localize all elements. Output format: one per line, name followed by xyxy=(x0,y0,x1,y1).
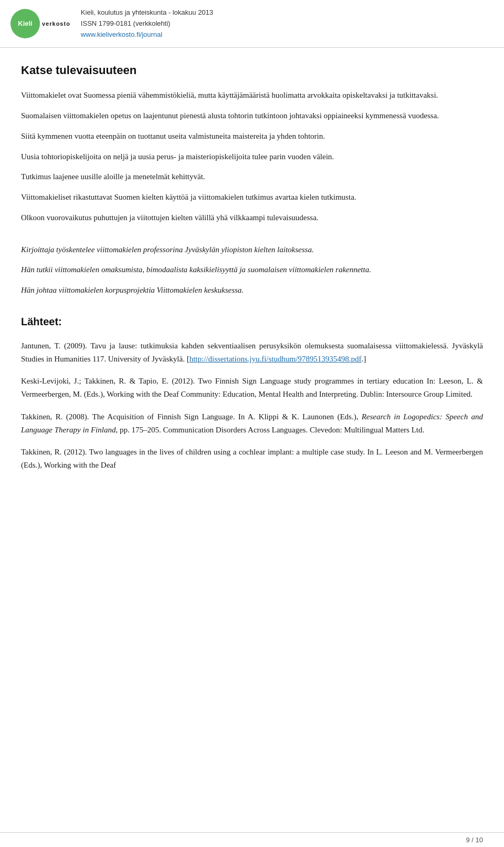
logo-kieli-text: Kieli xyxy=(18,20,32,27)
paragraph-1: Viittomakielet ovat Suomessa pieniä vähe… xyxy=(21,89,483,102)
reference-1: Jantunen, T. (2009). Tavu ja lause: tutk… xyxy=(21,339,483,366)
paragraph-4: Uusia tohtoriopiskelijoita on neljä ja u… xyxy=(21,150,483,163)
paragraph-7: Olkoon vuorovaikutus puhuttujen ja viito… xyxy=(21,211,483,224)
ref2-text: Keski-Levijoki, J.; Takkinen, R. & Tapio… xyxy=(21,377,483,398)
paragraph-2: Suomalaisen viittomakielen opetus on laa… xyxy=(21,109,483,122)
ref3-text-after: , pp. 175–205. Communication Disorders A… xyxy=(116,426,424,434)
italic-para-2: Hän tutkii viittomakielen omaksumista, b… xyxy=(21,263,483,276)
reference-2: Keski-Levijoki, J.; Takkinen, R. & Tapio… xyxy=(21,375,483,401)
page-title: Katse tulevaisuuteen xyxy=(21,64,483,77)
header-info: Kieli, koulutus ja yhteiskunta - lokakuu… xyxy=(81,7,213,40)
page-header: Kieli verkosto Kieli, koulutus ja yhteis… xyxy=(0,0,504,48)
header-line2: ISSN 1799-0181 (verkkolehti) xyxy=(81,18,213,29)
paragraph-3: Siitä kymmenen vuotta eteenpäin on tuott… xyxy=(21,130,483,143)
header-line1: Kieli, koulutus ja yhteiskunta - lokakuu… xyxy=(81,7,213,18)
logo-brand: Kieli verkosto xyxy=(10,9,70,38)
reference-4: Takkinen, R. (2012). Two languages in th… xyxy=(21,446,483,472)
paragraph-5: Tutkimus laajenee uusille aloille ja men… xyxy=(21,170,483,183)
page-number: 9 / 10 xyxy=(466,836,483,844)
ref4-text: Takkinen, R. (2012). Two languages in th… xyxy=(21,448,483,469)
italic-para-1: Kirjoittaja työskentelee viittomakielen … xyxy=(21,243,483,256)
paragraph-6: Viittomakieliset rikastuttavat Suomen ki… xyxy=(21,191,483,204)
header-link[interactable]: www.kieliverkosto.fi/journal xyxy=(81,29,213,40)
italic-para-3: Hän johtaa viittomakielen korpusprojekti… xyxy=(21,284,483,297)
logo-circle: Kieli xyxy=(10,9,40,38)
reference-3: Takkinen, R. (2008). The Acquisition of … xyxy=(21,410,483,437)
references-title: Lähteet: xyxy=(21,316,483,328)
page-footer: 9 / 10 xyxy=(0,832,504,847)
ref1-link[interactable]: http://dissertations.jyu.fi/studhum/9789… xyxy=(190,355,362,363)
ref3-text-before: Takkinen, R. (2008). The Acquisition of … xyxy=(21,412,362,421)
logo-verkosto-text: verkosto xyxy=(42,20,70,27)
ref1-close: .] xyxy=(362,355,366,363)
main-content: Katse tulevaisuuteen Viittomakielet ovat… xyxy=(0,48,504,497)
